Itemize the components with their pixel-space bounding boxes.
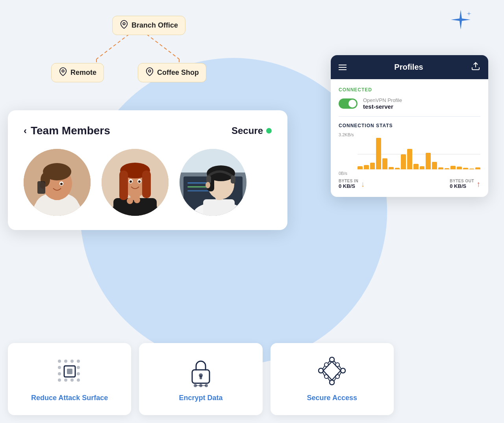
svg-point-51 [58,360,61,363]
avatars-row [24,149,272,216]
pin-icon-branch [120,20,128,31]
svg-point-78 [335,363,339,367]
bytes-in-value: 0 KB/S [339,183,358,189]
padlock-icon [185,356,217,387]
bar-2 [364,165,369,169]
bar-20 [475,167,480,169]
vpn-toggle[interactable] [339,98,358,109]
svg-point-79 [335,375,339,378]
coffee-shop-label: Coffee Shop [157,69,199,77]
svg-point-19 [60,183,63,185]
svg-line-87 [339,373,341,376]
svg-point-56 [77,366,80,369]
chart-y-bottom: 0B/s [339,171,347,176]
connected-label: CONNECTED [339,87,480,93]
vpn-row: OpenVPN Profile test-server [339,97,480,110]
bar-7 [395,168,400,169]
svg-point-33 [127,198,133,204]
bytes-in-label: BYTES IN [339,179,358,183]
feature-card-encrypt: Encrypt Data [139,343,262,415]
svg-rect-28 [142,171,151,198]
svg-point-34 [134,197,140,203]
branch-office-badge: Branch Office [112,16,185,35]
bar-15 [445,168,450,169]
bar-11 [420,166,425,169]
bytes-out-arrow: ↑ [476,180,480,189]
secure-status-dot [266,128,272,134]
svg-rect-27 [119,171,128,200]
avatar-2 [102,149,169,216]
coffee-shop-node: Coffee Shop [138,63,206,82]
bar-13 [432,162,437,169]
svg-point-53 [70,360,74,363]
hamburger-line-1 [339,65,346,65]
pin-icon-coffee [145,67,154,78]
bar-12 [426,153,431,169]
svg-point-57 [58,372,61,375]
svg-point-52 [64,360,67,363]
branch-office-node: Branch Office [112,16,185,35]
bar-17 [457,167,462,169]
export-icon[interactable] [471,61,480,73]
bar-10 [413,164,419,169]
bytes-out-label: BYTES OUT [450,179,474,183]
hamburger-line-3 [339,69,346,70]
svg-line-85 [328,378,330,381]
sparkle-icon [449,8,472,36]
scene: Branch Office Remote [0,0,504,423]
bar-18 [463,168,468,169]
profiles-title: Profiles [394,63,423,72]
bar-8 [401,154,406,169]
svg-line-84 [334,378,336,381]
profiles-panel: Profiles CONNECTED OpenVPN Profile test-… [331,55,488,197]
remote-badge: Remote [51,63,104,82]
bytes-in-arrow: ↓ [361,180,365,189]
bar-14 [438,167,443,169]
svg-rect-42 [203,199,235,216]
team-card-header: ‹ Team Members Secure [24,124,272,137]
chart-bars [358,132,480,169]
bar-19 [469,169,474,169]
svg-point-5 [123,22,125,25]
feature-card-secure: Secure Access [271,343,394,415]
svg-point-54 [77,360,80,363]
hamburger-menu[interactable] [339,65,346,70]
bar-1 [358,166,363,169]
bar-4 [376,138,381,169]
reduce-attack-label: Reduce Attack Surface [31,393,108,403]
secure-badge: Secure [232,125,272,136]
svg-line-83 [328,361,330,363]
secure-label: Secure [232,125,263,136]
svg-line-88 [323,365,325,369]
svg-line-82 [334,361,336,363]
branch-office-label: Branch Office [132,21,178,30]
svg-point-55 [58,366,61,369]
hamburger-line-2 [339,67,346,68]
feature-cards: Reduce Attack Surface Encrypt Data [8,343,394,415]
remote-node: Remote [51,63,104,82]
svg-point-7 [148,70,151,72]
chart-container: 3.2KB/s 0B/s [339,132,480,176]
team-members-title: Team Members [31,124,110,137]
vpn-info: OpenVPN Profile test-server [363,97,402,110]
svg-rect-67 [200,375,202,379]
network-diamond-icon [316,356,348,387]
svg-point-59 [58,378,61,382]
svg-point-62 [77,378,80,382]
svg-point-61 [70,378,74,382]
svg-line-86 [339,365,341,369]
bytes-out: BYTES OUT 0 KB/S ↑ [450,179,480,189]
avatar-1 [24,149,91,216]
bytes-row: BYTES IN 0 KB/S ↓ BYTES OUT 0 KB/S ↑ [339,179,480,189]
team-members-card: ‹ Team Members Secure [8,110,287,230]
bar-16 [450,166,456,169]
svg-point-6 [62,70,64,72]
bytes-in: BYTES IN 0 KB/S ↓ [339,179,365,189]
back-arrow-icon[interactable]: ‹ [24,125,27,136]
svg-rect-64 [67,369,72,374]
svg-rect-48 [231,176,235,184]
conn-stats-label: CONNECTION STATS [339,123,480,128]
svg-point-80 [324,363,328,367]
bar-5 [382,158,387,169]
vpn-profile-name: OpenVPN Profile [363,97,402,103]
